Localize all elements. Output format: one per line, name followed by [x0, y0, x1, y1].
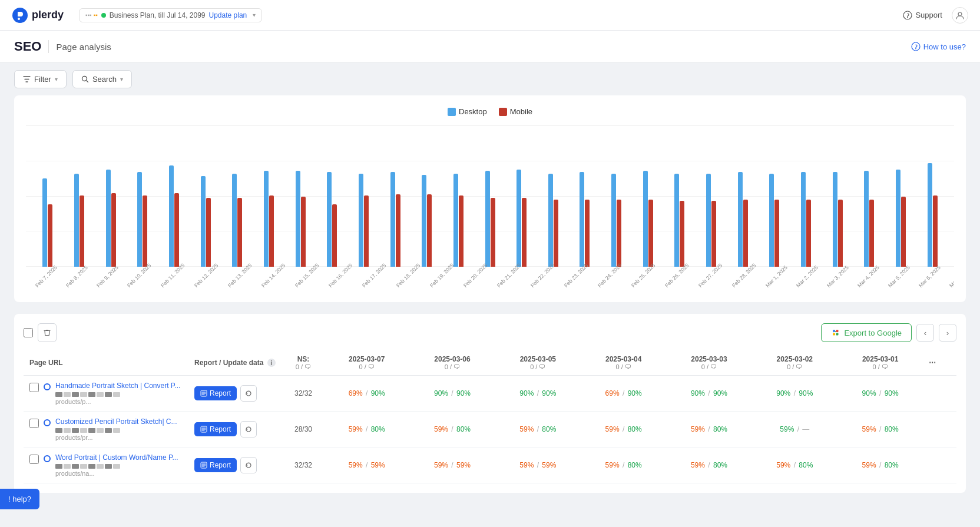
- col-header-date2: 2025-03-06 0 / 🗨: [409, 350, 495, 376]
- bar-group: [727, 172, 759, 267]
- score-cell: 59% / 80%: [409, 412, 495, 448]
- bar-desktop: [42, 178, 47, 267]
- support-button[interactable]: Support: [903, 11, 942, 20]
- x-axis-label: Mar 6, 2025: [918, 264, 942, 289]
- user-avatar[interactable]: [952, 7, 968, 24]
- row-checkbox[interactable]: [29, 419, 39, 428]
- bar-group: [253, 171, 285, 267]
- ns-cell: 28/30: [283, 412, 324, 448]
- thumb-block: [72, 392, 79, 397]
- update-plan-link[interactable]: Update plan: [209, 11, 247, 19]
- score-cell: 59% / 80%: [752, 448, 837, 483]
- search-chevron-icon: ▾: [120, 76, 123, 82]
- page-url-thumb: [55, 392, 180, 397]
- col-header-ns: NS: 0 / 🗨: [283, 350, 324, 376]
- export-google-button[interactable]: Export to Google: [821, 323, 912, 342]
- col-header-report: Report / Update data i: [188, 350, 283, 376]
- logo-text: plerdy: [32, 9, 64, 21]
- report-button[interactable]: Report: [194, 422, 237, 436]
- filter-button[interactable]: Filter ▾: [14, 70, 67, 88]
- prev-page-button[interactable]: ‹: [916, 324, 934, 342]
- bar-mobile: [838, 200, 843, 267]
- score-cell: 90% / 90%: [837, 376, 923, 412]
- row-checkbox[interactable]: [29, 455, 39, 464]
- thumb-block: [72, 464, 79, 469]
- x-axis-label: Mar 3, 2025: [826, 264, 850, 289]
- next-page-button[interactable]: ›: [939, 324, 956, 342]
- x-axis-label: Mar 7, 2025: [948, 264, 954, 289]
- bar-desktop: [738, 172, 743, 267]
- url-text: products/na...: [55, 470, 178, 477]
- chart-card: Desktop Mobile Feb 7, 2025Feb 8, 2025Feb…: [14, 95, 966, 302]
- bar-group: [443, 174, 475, 267]
- logo[interactable]: plerdy: [12, 7, 64, 24]
- thumb-block: [88, 392, 95, 397]
- x-axis-label: Feb 7, 2025: [34, 264, 58, 289]
- refresh-button[interactable]: [240, 421, 257, 437]
- report-cell: Report: [188, 376, 283, 412]
- bar-desktop: [674, 174, 679, 267]
- page-title-link[interactable]: Handmade Portrait Sketch | Convert P...: [55, 382, 180, 390]
- page-url-info: Handmade Portrait Sketch | Convert P... …: [55, 382, 180, 405]
- x-axis-label: Feb 23, 2025: [563, 262, 590, 289]
- help-button[interactable]: ! help?: [0, 489, 39, 505]
- refresh-button[interactable]: [240, 385, 257, 402]
- row-checkbox[interactable]: [29, 383, 39, 392]
- chevron-down-icon[interactable]: ▾: [253, 12, 256, 18]
- x-axis-label: Feb 12, 2025: [193, 262, 220, 289]
- bar-mobile: [459, 195, 463, 267]
- bar-mobile: [332, 204, 337, 267]
- thumb-block: [80, 428, 87, 433]
- thumb-block: [64, 392, 71, 397]
- bar-mobile: [869, 200, 874, 267]
- refresh-button[interactable]: [240, 457, 257, 473]
- x-axis-label: Feb 11, 2025: [160, 262, 186, 289]
- bar-desktop: [137, 172, 142, 267]
- x-axis-label: Feb 8, 2025: [65, 264, 89, 289]
- bar-group: [506, 170, 538, 267]
- bar-desktop: [327, 172, 332, 267]
- report-button[interactable]: Report: [194, 458, 237, 472]
- how-to-use-button[interactable]: How to use?: [911, 42, 966, 51]
- score-cell: 59% / 80%: [666, 448, 751, 483]
- delete-button[interactable]: [38, 323, 57, 342]
- row-indicator: [44, 455, 51, 462]
- toolbar: Filter ▾ Search ▾: [0, 63, 980, 95]
- score-cell: 90% / 90%: [752, 376, 837, 412]
- page-title-link[interactable]: Customized Pencil Portrait Sketch| C...: [55, 417, 177, 426]
- x-axis-label: Feb 10, 2025: [126, 262, 153, 289]
- bar-group: [759, 174, 790, 267]
- page-url-info: Word Portrait | Custom Word/Name P... pr…: [55, 453, 178, 477]
- data-table: Page URL Report / Update data i NS: 0 / …: [24, 350, 956, 483]
- x-axis-label: Feb 18, 2025: [395, 262, 422, 289]
- header-divider: [48, 40, 49, 53]
- page-title-seo: SEO: [14, 39, 41, 54]
- page-title-link[interactable]: Word Portrait | Custom Word/Name P...: [55, 453, 178, 462]
- score-cell: 90% / 90%: [666, 376, 751, 412]
- page-url-thumb: [55, 464, 178, 469]
- x-axis-label: Mar 4, 2025: [856, 264, 880, 289]
- svg-rect-7: [836, 330, 839, 332]
- bar-group: [474, 171, 506, 267]
- filter-label: Filter: [34, 75, 51, 84]
- bar-mobile: [364, 195, 369, 267]
- col-header-more: ⋯: [923, 350, 956, 376]
- bar-group: [632, 171, 664, 267]
- score-cell: 90% / 90%: [409, 376, 495, 412]
- x-axis-label: Feb 20, 2025: [462, 262, 489, 289]
- bar-desktop: [548, 174, 553, 267]
- report-button[interactable]: Report: [194, 386, 237, 400]
- thumb-block: [55, 428, 62, 433]
- search-button[interactable]: Search ▾: [72, 70, 132, 88]
- row-indicator: [44, 419, 51, 426]
- svg-point-4: [912, 42, 920, 51]
- bar-group: [348, 174, 380, 267]
- bar-desktop: [485, 171, 490, 267]
- top-nav: plerdy ▪▪▪ ▪▪ Business Plan, till Jul 14…: [0, 0, 980, 31]
- report-cell: Report: [188, 448, 283, 483]
- x-axis-label: Feb 19, 2025: [429, 262, 455, 289]
- svg-rect-6: [833, 330, 835, 332]
- select-all-checkbox[interactable]: [24, 328, 33, 337]
- bar-group: [190, 176, 221, 267]
- x-axis-label: Feb 26, 2025: [664, 262, 690, 289]
